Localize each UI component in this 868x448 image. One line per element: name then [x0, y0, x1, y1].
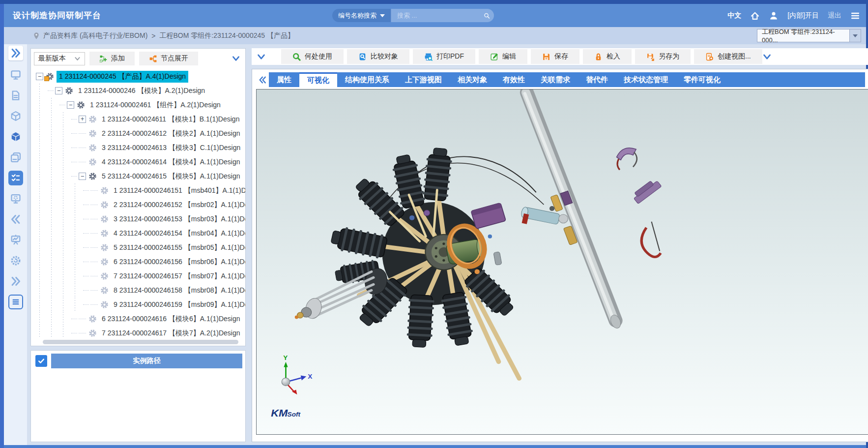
tabs-scroll-right[interactable] [865, 72, 868, 87]
search-input[interactable] [397, 12, 484, 19]
tree-node[interactable]: 4 231124-000024614 【模块4】A.1(1)Design [31, 155, 245, 169]
sidebar-item-dashboard[interactable] [8, 233, 23, 247]
tab-up-downstream[interactable]: 上下游视图 [397, 72, 450, 87]
tree-node[interactable]: −1 231124-00002461 【组件】A.2(1)Design [31, 98, 245, 112]
search-category-dropdown[interactable]: 编号名称搜索 [332, 9, 391, 22]
tab-tech-state[interactable]: 技术状态管理 [616, 72, 676, 87]
tree-node[interactable]: 2 231124-000024612 【模块2】A.1(1)Design [31, 126, 245, 141]
tree-node[interactable]: 7 231124-000024617 【模块7】A.2(1)Design [31, 326, 245, 337]
tree-node-label[interactable]: 3 231124-0000246153 【msbr03】A.1(1)Design [111, 213, 245, 225]
sidebar-item-bom-checklist[interactable] [8, 171, 23, 185]
3d-viewport[interactable]: Y X KM Soft [256, 89, 868, 435]
tree-node-label[interactable]: 4 231124-0000246154 【msbr04】A.1(1)Design [111, 228, 245, 239]
tree-node[interactable]: 2 231124-0000246152 【msbr02】A.1(1)Design [31, 198, 245, 212]
compare-objects-button[interactable]: 比较对象 [347, 49, 409, 64]
breadcrumb-location[interactable]: 产品资料库 (高科电子行业/EBOM) [43, 31, 147, 40]
version-filter-select[interactable]: 最新版本 [34, 52, 85, 65]
tree-node[interactable]: 3 231124-000024613 【模块3】C.1(1)Design [31, 141, 245, 155]
toolbar-collapse-chevron-left[interactable] [257, 52, 266, 61]
tree-node-label[interactable]: 8 231124-0000246158 【msbr08】A.1(1)Design [111, 285, 245, 297]
tree-expander-collapse[interactable]: − [36, 73, 43, 80]
tree-toolbar-collapse-chevron[interactable] [231, 54, 240, 63]
context-selector-dropdown-button[interactable] [849, 29, 861, 42]
tree-node-label[interactable]: 1 231124-0000245 【产品】A.4(1)Design [57, 71, 188, 83]
sidebar-item-collapse-panel[interactable] [8, 212, 23, 227]
tree-expander-collapse[interactable]: − [55, 87, 62, 94]
tree-node-label[interactable]: 5 231124-000024615 【模块5】A.1(1)Design [99, 171, 242, 182]
user-avatar-icon[interactable] [769, 11, 779, 21]
tab-effectivity[interactable]: 有效性 [495, 72, 533, 87]
tree-horizontal-scrollbar[interactable] [43, 340, 238, 344]
instance-path-header[interactable]: 实例路径 [51, 354, 242, 368]
tree-node-label[interactable]: 1 231124-00002461 【组件】A.2(1)Design [87, 99, 223, 111]
tree-node[interactable]: 1 231124-0000246151 【msb401】A.1(1)Design [31, 183, 245, 198]
tree-expander-collapse[interactable]: − [79, 173, 86, 180]
tree-connector [71, 148, 77, 148]
tree-node[interactable]: −1 231124-0000246 【模块】A.2(1)Design [31, 84, 245, 98]
tab-related-requirements[interactable]: 关联需求 [533, 72, 578, 87]
tree-node-label[interactable]: 9 231124-0000246159 【msbr09】A.1(1)Design [111, 299, 245, 311]
tab-part-visualization[interactable]: 零件可视化 [676, 72, 728, 87]
tree-node[interactable]: 8 231124-0000246158 【msbr08】A.1(1)Design [31, 283, 245, 298]
sidebar-item-expand-panel[interactable] [8, 46, 23, 60]
tree-node[interactable]: 6 231124-0000246156 【msbr06】A.1(1)Design [31, 255, 245, 269]
tree-expander-collapse[interactable]: − [67, 101, 74, 109]
tree-node-label[interactable]: 6 231124-0000246156 【msbr06】A.1(1)Design [111, 256, 245, 268]
context-selector[interactable]: 工程BOM 零组件:231124-000... [757, 29, 861, 42]
edit-button[interactable]: 编辑 [479, 49, 527, 64]
tree-node-label[interactable]: 5 231124-0000246155 【msbr05】A.1(1)Design [111, 242, 245, 254]
tab-substitutes[interactable]: 替代件 [578, 72, 616, 87]
tree-node-label[interactable]: 1 231124-0000246151 【msb401】A.1(1)Design [111, 185, 245, 197]
print-pdf-button[interactable]: 打印PDF [413, 49, 475, 64]
3d-model-canvas[interactable]: Y X KM Soft [257, 90, 868, 434]
tree-node[interactable]: 3 231124-0000246153 【msbr03】A.1(1)Design [31, 212, 245, 226]
hamburger-menu-icon[interactable] [850, 11, 860, 21]
sidebar-item-product-model[interactable] [8, 129, 23, 144]
sidebar-item-settings[interactable] [8, 253, 23, 268]
tree-node[interactable]: 4 231124-0000246154 【msbr04】A.1(1)Design [31, 226, 245, 240]
tree-node-label[interactable]: 1 231124-000024611 【模块1】B.1(1)Design [99, 114, 242, 125]
save-button[interactable]: 保存 [531, 49, 579, 64]
sidebar-item-workspace[interactable] [8, 67, 23, 82]
tab-related-objects[interactable]: 相关对象 [450, 72, 495, 87]
sidebar-item-copies[interactable] [8, 150, 23, 165]
tab-visualization[interactable]: 可视化 [299, 72, 337, 87]
tree-node[interactable]: −5 231124-000024615 【模块5】A.1(1)Design [31, 169, 245, 183]
sidebar-item-model-structure[interactable] [8, 109, 23, 123]
tree-expander-expand[interactable]: + [79, 116, 86, 123]
tree-node[interactable]: 6 231124-000024616 【模块6】A.1(1)Design [31, 312, 245, 326]
tree-node-label[interactable]: 1 231124-0000246 【模块】A.2(1)Design [76, 85, 207, 97]
tree-node-label[interactable]: 7 231124-0000246157 【msbr07】A.1(1)Design [111, 270, 245, 282]
sidebar-item-workstation[interactable] [8, 191, 23, 206]
tree-node-label[interactable]: 2 231124-0000246152 【msbr02】A.1(1)Design [111, 199, 245, 211]
sidebar-item-detail-view[interactable] [8, 295, 23, 309]
tree-node[interactable]: 9 231124-0000246159 【msbr09】A.1(1)Design [31, 298, 245, 312]
add-node-button[interactable]: 添加 [89, 52, 135, 65]
tree-node[interactable]: 7 231124-0000246157 【msbr07】A.1(1)Design [31, 269, 245, 283]
home-icon[interactable] [750, 11, 760, 21]
expand-node-button[interactable]: 节点展开 [139, 52, 198, 65]
tree-node[interactable]: −1 231124-0000245 【产品】A.4(1)Design [31, 69, 245, 84]
check-in-button[interactable]: 检入 [583, 49, 632, 64]
create-view-button[interactable]: 创建视图... [694, 49, 762, 64]
tree-node[interactable]: 5 231124-0000246155 【msbr05】A.1(1)Design [31, 240, 245, 255]
tab-properties[interactable]: 属性 [269, 72, 299, 87]
language-switch[interactable]: 中文 [727, 11, 741, 20]
search-icon[interactable] [484, 11, 490, 21]
tree-node-label[interactable]: 6 231124-000024616 【模块6】A.1(1)Design [99, 313, 242, 325]
instance-path-checkbox[interactable] [35, 355, 47, 367]
toolbar-collapse-chevron-right[interactable] [762, 52, 772, 61]
tabs-scroll-left[interactable] [256, 72, 269, 87]
tree-node-label[interactable]: 4 231124-000024614 【模块4】A.1(1)Design [99, 156, 242, 168]
part-gear-icon [88, 172, 97, 180]
where-used-button[interactable]: 何处使用 [281, 49, 344, 64]
tree-node-label[interactable]: 3 231124-000024613 【模块3】C.1(1)Design [99, 142, 243, 154]
logout-link[interactable]: 退出 [828, 11, 841, 20]
sidebar-item-more[interactable] [8, 274, 23, 289]
tab-structure-usage[interactable]: 结构使用关系 [337, 72, 397, 87]
tree-node-label[interactable]: 2 231124-000024612 【模块2】A.1(1)Design [99, 128, 242, 140]
tree-node-label[interactable]: 7 231124-000024617 【模块7】A.2(1)Design [99, 328, 242, 337]
save-as-button[interactable]: 另存为 [635, 49, 691, 64]
tree-node[interactable]: +1 231124-000024611 【模块1】B.1(1)Design [31, 112, 245, 126]
sidebar-item-documents[interactable] [8, 88, 23, 103]
